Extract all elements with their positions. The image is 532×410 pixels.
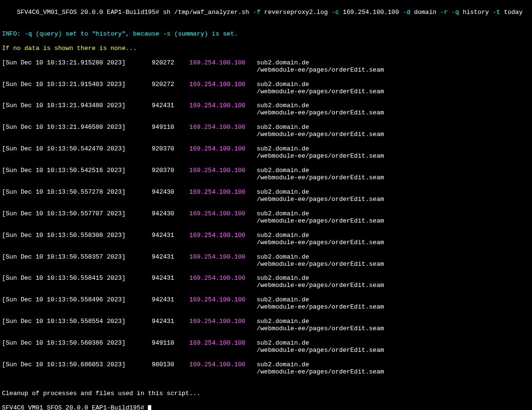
log-path: /webmodule-ee/pages/orderEdit.seam: [257, 261, 384, 268]
log-entry-path: /webmodule-ee/pages/orderEdit.seam: [2, 325, 530, 333]
shell-prompt: SFV4C6_VM01_SFOS 20.0.0 EAP1-Build195#: [17, 9, 163, 16]
notice-line: If no data is shown there is none...: [2, 45, 530, 52]
log-timestamp: [Sun Dec 10 10:13:50.558308 2023]: [2, 232, 152, 239]
log-ip: 169.254.100.100: [189, 274, 256, 282]
arg-f: reverseproxy2.log: [260, 9, 331, 16]
log-rule-id: 942430: [152, 188, 189, 196]
log-rule-id: 942431: [152, 232, 189, 239]
log-timestamp: [Sun Dec 10 10:13:50.557707 2023]: [2, 210, 152, 217]
log-domain: sub2.domain.de: [257, 210, 309, 217]
log-path: /webmodule-ee/pages/orderEdit.seam: [257, 303, 384, 311]
log-entry: [Sun Dec 10 10:13:21.915403 2023] 920272…: [2, 81, 530, 88]
cmd-exec: sh /tmp/waf_analyzer.sh: [163, 9, 253, 16]
log-rule-id: 942431: [152, 274, 189, 282]
log-entry-path: /webmodule-ee/pages/orderEdit.seam: [2, 369, 530, 376]
log-path: /webmodule-ee/pages/orderEdit.seam: [257, 131, 384, 138]
log-rule-id: 920370: [152, 167, 189, 174]
flag-d: -d: [403, 9, 411, 16]
log-entry-path: /webmodule-ee/pages/orderEdit.seam: [2, 131, 530, 138]
log-ip: 169.254.100.100: [189, 232, 256, 239]
log-entry-path: /webmodule-ee/pages/orderEdit.seam: [2, 261, 530, 268]
log-entry-path: /webmodule-ee/pages/orderEdit.seam: [2, 239, 530, 247]
log-entry: [Sun Dec 10 10:13:50.558496 2023] 942431…: [2, 297, 530, 304]
log-entry-path: /webmodule-ee/pages/orderEdit.seam: [2, 304, 530, 311]
log-domain: sub2.domain.de: [257, 167, 309, 174]
log-domain: sub2.domain.de: [257, 274, 309, 282]
log-ip: 169.254.100.100: [189, 318, 256, 325]
log-entry-path: /webmodule-ee/pages/orderEdit.seam: [2, 67, 530, 74]
flag-r: -r: [440, 9, 451, 16]
log-entry-path: /webmodule-ee/pages/orderEdit.seam: [2, 347, 530, 354]
log-entry: [Sun Dec 10 10:13:21.915280 2023] 920272…: [2, 60, 530, 67]
terminal-output[interactable]: SFV4C6_VM01_SFOS 20.0.0 EAP1-Build195# s…: [2, 2, 530, 410]
flag-t: -t: [493, 9, 500, 16]
log-domain: sub2.domain.de: [257, 361, 309, 368]
log-timestamp: [Sun Dec 10 10:13:50.560386 2023]: [2, 339, 152, 347]
log-rule-id: 920272: [152, 59, 189, 66]
log-domain: sub2.domain.de: [257, 188, 309, 196]
log-domain: sub2.domain.de: [257, 59, 309, 66]
log-ip: 169.254.100.100: [189, 145, 256, 152]
log-domain: sub2.domain.de: [257, 253, 309, 261]
log-timestamp: [Sun Dec 10 10:13:50.558415 2023]: [2, 274, 152, 282]
log-entry: [Sun Dec 10 10:13:50.542516 2023] 920370…: [2, 167, 530, 174]
log-timestamp: [Sun Dec 10 10:13:21.943480 2023]: [2, 102, 152, 109]
log-domain: sub2.domain.de: [257, 81, 309, 88]
log-path: /webmodule-ee/pages/orderEdit.seam: [257, 109, 384, 116]
log-path: /webmodule-ee/pages/orderEdit.seam: [257, 88, 384, 95]
arg-c: 169.254.100.100: [339, 9, 403, 16]
log-rule-id: 942431: [152, 253, 189, 261]
arg-t: today: [500, 9, 523, 16]
flag-q: -q: [451, 9, 459, 16]
log-ip: 169.254.100.100: [189, 124, 256, 131]
log-path: /webmodule-ee/pages/orderEdit.seam: [257, 217, 384, 224]
command-line: SFV4C6_VM01_SFOS 20.0.0 EAP1-Build195# s…: [2, 2, 530, 24]
log-timestamp: [Sun Dec 10 10:13:50.686053 2023]: [2, 361, 152, 368]
log-entry-path: /webmodule-ee/pages/orderEdit.seam: [2, 153, 530, 160]
log-domain: sub2.domain.de: [257, 124, 309, 131]
log-entry: [Sun Dec 10 10:13:50.557278 2023] 942430…: [2, 189, 530, 196]
log-rule-id: 920272: [152, 81, 189, 88]
log-path: /webmodule-ee/pages/orderEdit.seam: [257, 239, 384, 246]
log-path: /webmodule-ee/pages/orderEdit.seam: [257, 347, 384, 354]
log-rule-id: 942431: [152, 318, 189, 325]
log-entry: [Sun Dec 10 10:13:50.557707 2023] 942430…: [2, 211, 530, 218]
cleanup-line: Cleanup of processes and files used in t…: [2, 390, 530, 398]
log-timestamp: [Sun Dec 10 10:13:21.915403 2023]: [2, 81, 152, 88]
log-ip: 169.254.100.100: [189, 188, 256, 196]
log-rule-id: 942431: [152, 102, 189, 109]
log-container: [Sun Dec 10 10:13:21.915280 2023] 920272…: [2, 60, 530, 376]
shell-prompt-ready[interactable]: SFV4C6_VM01_SFOS 20.0.0 EAP1-Build195#: [2, 405, 530, 410]
log-path: /webmodule-ee/pages/orderEdit.seam: [257, 66, 384, 74]
log-path: /webmodule-ee/pages/orderEdit.seam: [257, 152, 384, 160]
log-path: /webmodule-ee/pages/orderEdit.seam: [257, 174, 384, 181]
log-timestamp: [Sun Dec 10 10:13:50.558496 2023]: [2, 296, 152, 303]
log-ip: 169.254.100.100: [189, 361, 256, 368]
log-entry: [Sun Dec 10 10:13:50.686053 2023] 980130…: [2, 361, 530, 369]
log-rule-id: 920370: [152, 145, 189, 152]
shell-prompt-text: SFV4C6_VM01_SFOS 20.0.0 EAP1-Build195#: [2, 404, 148, 410]
log-domain: sub2.domain.de: [257, 296, 309, 303]
log-entry: [Sun Dec 10 10:13:50.558308 2023] 942431…: [2, 232, 530, 239]
log-timestamp: [Sun Dec 10 10:13:50.557278 2023]: [2, 188, 152, 196]
log-entry-path: /webmodule-ee/pages/orderEdit.seam: [2, 282, 530, 289]
log-domain: sub2.domain.de: [257, 102, 309, 109]
log-entry-path: /webmodule-ee/pages/orderEdit.seam: [2, 110, 530, 117]
arg-d: domain: [410, 9, 440, 16]
log-ip: 169.254.100.100: [189, 81, 256, 88]
flag-f: -f: [253, 9, 261, 16]
log-ip: 169.254.100.100: [189, 296, 256, 303]
log-domain: sub2.domain.de: [257, 339, 309, 347]
cursor-icon: [148, 405, 151, 410]
log-entry-path: /webmodule-ee/pages/orderEdit.seam: [2, 88, 530, 96]
log-entry-path: /webmodule-ee/pages/orderEdit.seam: [2, 218, 530, 225]
log-entry: [Sun Dec 10 10:13:50.560386 2023] 949110…: [2, 340, 530, 347]
log-domain: sub2.domain.de: [257, 318, 309, 325]
log-entry: [Sun Dec 10 10:13:21.943480 2023] 942431…: [2, 102, 530, 110]
log-ip: 169.254.100.100: [189, 210, 256, 217]
log-timestamp: [Sun Dec 10 10:13:21.946580 2023]: [2, 124, 152, 131]
log-timestamp: [Sun Dec 10 10:13:50.542470 2023]: [2, 145, 152, 152]
log-ip: 169.254.100.100: [189, 253, 256, 261]
log-path: /webmodule-ee/pages/orderEdit.seam: [257, 196, 384, 203]
log-ip: 169.254.100.100: [189, 59, 256, 66]
